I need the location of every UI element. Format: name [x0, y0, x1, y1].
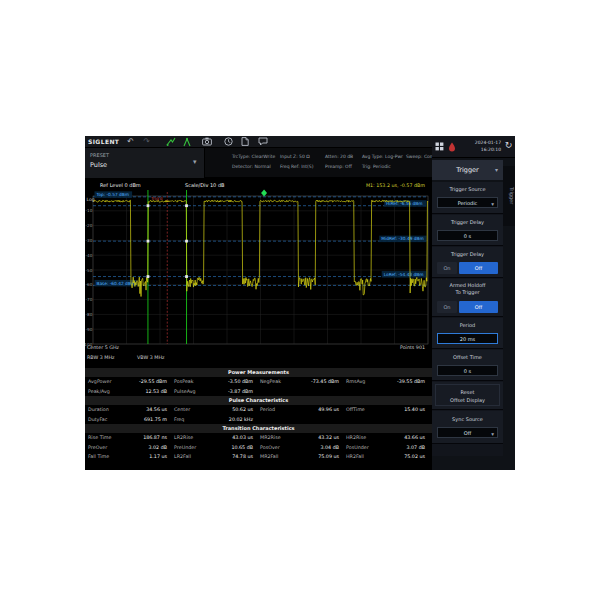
- table-section-header: Transition Characteristics: [85, 424, 432, 433]
- y-axis-tick: -10: [85, 208, 92, 213]
- measurement-label: Center: [174, 407, 190, 412]
- offset-time-input[interactable]: 0 s: [437, 365, 498, 376]
- chevron-down-icon: ▾: [491, 429, 494, 439]
- measurement-value: -3.87 dBm: [228, 389, 253, 394]
- table-row: Peak/Avg12.53 dBPulseAvg-3.87 dBm: [85, 387, 432, 397]
- y-axis-tick: -90: [85, 327, 92, 332]
- preset-label: PRESET: [90, 152, 109, 158]
- measurement-value: 691.75 m: [144, 417, 167, 422]
- measurement-label: HR2Fall: [346, 454, 364, 459]
- y-axis-tick: -20: [85, 223, 92, 228]
- measurement-label: LR2Rise: [174, 435, 193, 440]
- sync-source-dropdown[interactable]: Off ▾: [437, 427, 498, 438]
- measurement-label: PosPeak: [174, 379, 194, 384]
- vbw-label[interactable]: VBW 3 MHz: [137, 355, 165, 360]
- history-clock-icon[interactable]: [223, 137, 234, 147]
- table-section-header: Power Measurements: [85, 368, 432, 377]
- trigger-panel: 2024-01-17 16:20:10 ↻ Trigger ▾ Trigger …: [432, 136, 515, 470]
- ref-line-label: MidRef: -30.49 dBm: [381, 236, 423, 241]
- chat-bubble-icon[interactable]: [257, 137, 268, 147]
- measurement-label: Fall Time: [88, 454, 109, 459]
- table-section-header: Pulse Characteristics: [85, 396, 432, 405]
- signal-probe-icon[interactable]: [165, 137, 176, 147]
- table-row: Duration34.56 usCenter50.62 usPeriod49.9…: [85, 405, 432, 415]
- measurement-label: Period: [260, 407, 275, 412]
- sync-source-item: Sync Source Off ▾: [432, 411, 503, 444]
- measurement-value: 50.62 us: [232, 407, 253, 412]
- menu-grid-icon[interactable]: [434, 142, 445, 152]
- marker-probe-icon[interactable]: [181, 137, 192, 147]
- period-input[interactable]: 20 ms: [437, 333, 498, 344]
- armed-holdoff-toggle[interactable]: On Off: [437, 301, 498, 313]
- crossing-marker: [147, 204, 150, 207]
- measurement-table: Power MeasurementsAvgPower-29.55 dBmPosP…: [85, 368, 432, 464]
- temperature-drop-icon: [446, 142, 457, 152]
- marker-m1[interactable]: [261, 190, 267, 197]
- table-row: AvgPower-29.55 dBmPosPeak-3.50 dBmNegPea…: [85, 377, 432, 387]
- trigger-delay-item: Trigger Delay 0 s: [432, 215, 503, 246]
- settings-header: PRESET Pulse ▾ TrcType: ClearWrite Detec…: [85, 148, 432, 178]
- measurement-value: 49.96 us: [318, 407, 339, 412]
- undo-icon[interactable]: ↶: [125, 137, 136, 147]
- camera-icon[interactable]: [201, 137, 212, 147]
- measurement-label: LR2Fall: [174, 454, 191, 459]
- measurement-value: 3.07 dB: [406, 445, 425, 450]
- tab-trigger[interactable]: Trigger: [503, 166, 515, 226]
- setting-atten: Atten: 20 dB Preamp: Off: [325, 148, 359, 178]
- measurement-value: 75.09 us: [318, 454, 339, 459]
- y-axis-tick: -50: [85, 268, 92, 273]
- measurement-value: 20.02 kHz: [229, 417, 253, 422]
- setting-trace: TrcType: ClearWrite Detector: Normal: [232, 148, 277, 178]
- armed-holdoff-item: Armed Holdoff To Trigger On Off: [432, 279, 503, 317]
- panel-title[interactable]: Trigger ▾: [432, 160, 503, 180]
- measurement-value: 3.04 dB: [320, 445, 339, 450]
- trigger-delay-toggle[interactable]: On Off: [437, 262, 498, 274]
- mode-label: Pulse: [90, 161, 107, 169]
- measurement-label: PulseAvg: [174, 389, 196, 394]
- center-freq-label[interactable]: Center 5 GHz: [87, 345, 119, 350]
- main-toolbar: SIGLENT ↶ ↷: [85, 136, 432, 148]
- measurement-label: MR2Fall: [260, 454, 278, 459]
- chevron-down-icon: ▾: [495, 160, 498, 180]
- measurement-value: 10.65 dB: [231, 445, 253, 450]
- trigger-delay-input[interactable]: 0 s: [437, 230, 498, 241]
- redo-icon[interactable]: ↷: [141, 137, 152, 147]
- measurement-label: AvgPower: [88, 379, 111, 384]
- trigger-source-dropdown[interactable]: Periodic ▾: [437, 197, 498, 208]
- mode-selector[interactable]: PRESET Pulse ▾: [85, 148, 205, 178]
- y-axis-tick: -70: [85, 297, 92, 302]
- measurement-label: OffTime: [346, 407, 365, 412]
- refresh-icon[interactable]: ↻: [503, 140, 514, 150]
- reset-offset-button[interactable]: Reset Offset Display: [435, 384, 500, 406]
- ref-line-label: Base: -60.42 dBm: [97, 281, 135, 286]
- measurement-value: 1.17 us: [149, 454, 167, 459]
- table-row: Fall Time1.17 usLR2Fall74.78 usMR2Fall75…: [85, 452, 432, 462]
- measurement-value: -73.45 dBm: [311, 379, 339, 384]
- trigger-menu: Trigger Source Periodic ▾ Trigger Delay …: [432, 182, 503, 456]
- measurement-value: 75.02 us: [404, 454, 425, 459]
- table-row: DutyFac691.75 mFreq20.02 kHz: [85, 415, 432, 425]
- measurement-value: 43.32 us: [318, 435, 339, 440]
- measurement-label: NegPeak: [260, 379, 281, 384]
- measurement-label: Freq: [174, 417, 184, 422]
- y-axis-tick: -30: [85, 238, 92, 243]
- measurement-value: 74.78 us: [232, 454, 253, 459]
- crossing-marker: [185, 204, 188, 207]
- chevron-down-icon: ▾: [193, 158, 197, 166]
- file-icon[interactable]: [239, 137, 250, 147]
- measurement-value: 15.40 us: [404, 407, 425, 412]
- ref-line-label: LoRef: -54.43 dBm: [384, 272, 424, 277]
- crossing-marker: [185, 240, 188, 243]
- measurement-label: PosUnder: [346, 445, 369, 450]
- measurement-value: 3.02 dB: [148, 445, 167, 450]
- panel-statusbar: 2024-01-17 16:20:10 ↻: [432, 136, 515, 158]
- trace-display[interactable]: Log-10-20-30-40-50-60-70-80-90-100Top: -…: [85, 180, 432, 368]
- reset-offset-item: Reset Offset Display: [432, 382, 503, 410]
- setting-sweep: Sweep: Continuous: [390, 148, 432, 178]
- measurement-label: PosOver: [260, 445, 280, 450]
- measurement-label: PreUnder: [174, 445, 196, 450]
- chevron-down-icon: ▾: [491, 199, 494, 209]
- rbw-label[interactable]: RBW 3 MHz: [87, 355, 115, 360]
- measurement-value: -39.55 dBm: [397, 379, 425, 384]
- trigger-delay-state-item: Trigger Delay On Off: [432, 247, 503, 278]
